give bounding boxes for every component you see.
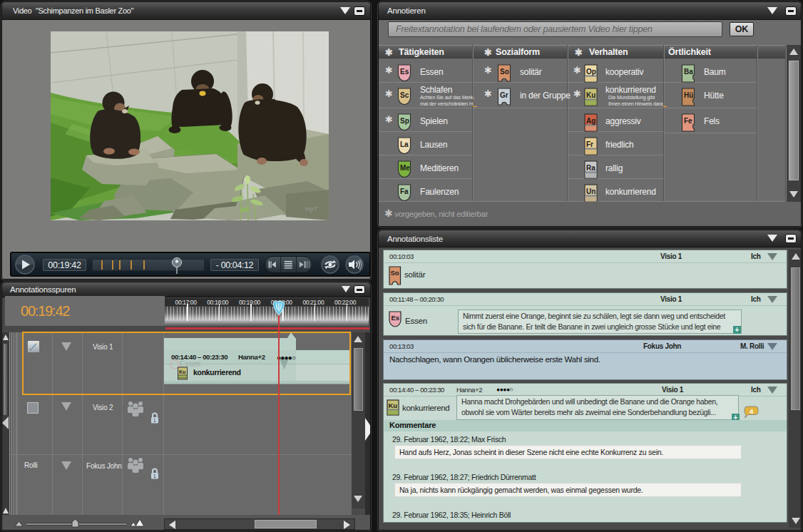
svg-text:Ra: Ra xyxy=(586,164,595,172)
svg-text:Hü: Hü xyxy=(684,91,693,99)
svg-text:So: So xyxy=(391,269,399,277)
svg-text:1: 1 xyxy=(153,474,156,479)
svg-text:La: La xyxy=(400,140,409,148)
svg-text:Ba: Ba xyxy=(684,68,693,76)
svg-text:Ku: Ku xyxy=(389,401,398,409)
svg-text:Sp: Sp xyxy=(400,117,409,125)
svg-text:4: 4 xyxy=(750,407,754,415)
svg-text:Un: Un xyxy=(586,188,595,195)
svg-text:Es: Es xyxy=(400,68,409,76)
svg-text:Fe: Fe xyxy=(684,117,692,125)
svg-text:Op: Op xyxy=(586,68,596,76)
svg-text:1: 1 xyxy=(153,418,156,423)
svg-text:Me: Me xyxy=(400,164,410,172)
svg-text:Ag: Ag xyxy=(586,117,595,125)
svg-text:Fa: Fa xyxy=(400,188,409,195)
svg-text:So: So xyxy=(500,68,509,76)
svg-text:Sc: Sc xyxy=(400,91,409,99)
svg-text:Fr: Fr xyxy=(586,140,593,148)
svg-text:Gr: Gr xyxy=(500,91,508,99)
svg-text:HpT: HpT xyxy=(305,205,318,213)
svg-text:Es: Es xyxy=(392,314,400,322)
svg-text:Ku: Ku xyxy=(586,91,595,99)
